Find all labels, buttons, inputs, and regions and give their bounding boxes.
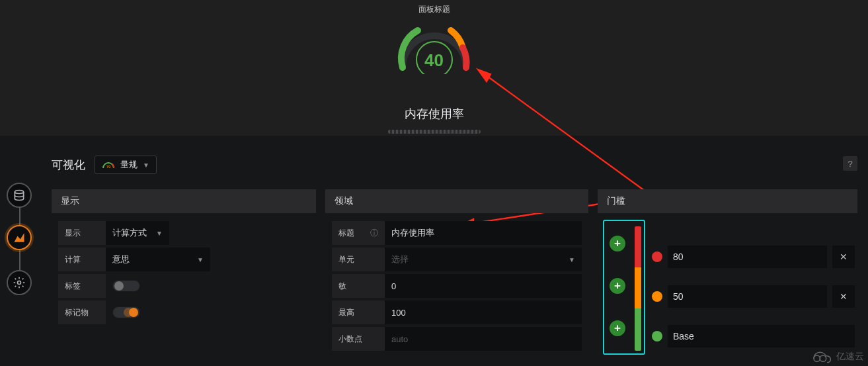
label-max: 最高 (332, 300, 385, 324)
input-min[interactable] (391, 281, 575, 291)
threshold-row: ✕ (652, 282, 855, 311)
chevron-down-icon: ▼ (143, 161, 149, 169)
threshold-row (652, 322, 855, 351)
threshold-color-dot[interactable] (652, 252, 662, 262)
threshold-highlight: + + + (603, 220, 645, 355)
remove-threshold-button[interactable]: ✕ (832, 285, 855, 308)
select-calc[interactable]: 意思 ▼ (106, 248, 210, 271)
label-title: 标题ⓘ (332, 221, 385, 245)
add-threshold-button[interactable]: + (610, 236, 625, 252)
toggle-labels[interactable] (112, 280, 140, 292)
visualization-picker[interactable]: 79 量规 ▼ (95, 156, 157, 174)
select-unit[interactable]: 选择 ▼ (385, 248, 582, 271)
gauge-value: 40 (391, 50, 477, 71)
visualization-name: 量规 (120, 159, 138, 171)
watermark: 亿速云 (811, 350, 864, 363)
label-decimals: 小数点 (332, 327, 385, 351)
panel-title: 面板标题 (0, 4, 868, 15)
chevron-down-icon: ▼ (197, 256, 204, 263)
section-display: 显示 (52, 189, 316, 213)
label-labels: 标签 (58, 274, 106, 298)
editor-section-heading: 可视化 (52, 158, 85, 173)
chevron-down-icon: ▼ (569, 256, 575, 263)
threshold-value-input[interactable] (673, 252, 822, 262)
chevron-down-icon: ▼ (156, 230, 163, 237)
threshold-color-dot[interactable] (652, 331, 662, 342)
section-thresholds: 门槛 (598, 189, 857, 213)
threshold-value-input[interactable] (673, 291, 822, 302)
threshold-row: ✕ (652, 242, 855, 271)
add-threshold-button[interactable]: + (610, 320, 625, 336)
threshold-color-dot[interactable] (652, 291, 662, 302)
toggle-markers[interactable] (112, 306, 140, 318)
input-title[interactable] (391, 228, 575, 238)
label-show: 显示 (58, 221, 106, 245)
svg-point-8 (814, 355, 820, 361)
input-max[interactable] (391, 308, 575, 318)
threshold-value-input[interactable] (673, 331, 849, 342)
info-icon[interactable]: ⓘ (370, 228, 378, 239)
gauge: 40 (391, 16, 477, 75)
label-min: 敏 (332, 274, 385, 298)
svg-point-6 (18, 281, 21, 285)
svg-text:79: 79 (106, 165, 111, 169)
tab-visualization[interactable] (7, 225, 32, 250)
label-calc: 计算 (58, 248, 106, 271)
svg-point-5 (15, 191, 23, 194)
help-button[interactable]: ? (843, 156, 857, 171)
tab-queries[interactable] (7, 183, 32, 208)
label-markers: 标记物 (58, 300, 106, 324)
svg-point-9 (820, 355, 826, 361)
gauge-icon: 79 (102, 160, 115, 169)
input-decimals[interactable] (391, 334, 575, 344)
add-threshold-button[interactable]: + (610, 278, 625, 294)
gauge-label: 内存使用率 (405, 106, 464, 122)
section-field: 领域 (325, 189, 588, 213)
label-unit: 单元 (332, 248, 385, 271)
panel-resize-handle[interactable] (388, 130, 481, 134)
select-show[interactable]: 计算方式 ▼ (106, 221, 169, 245)
tab-general[interactable] (7, 270, 32, 295)
remove-threshold-button[interactable]: ✕ (832, 246, 855, 268)
